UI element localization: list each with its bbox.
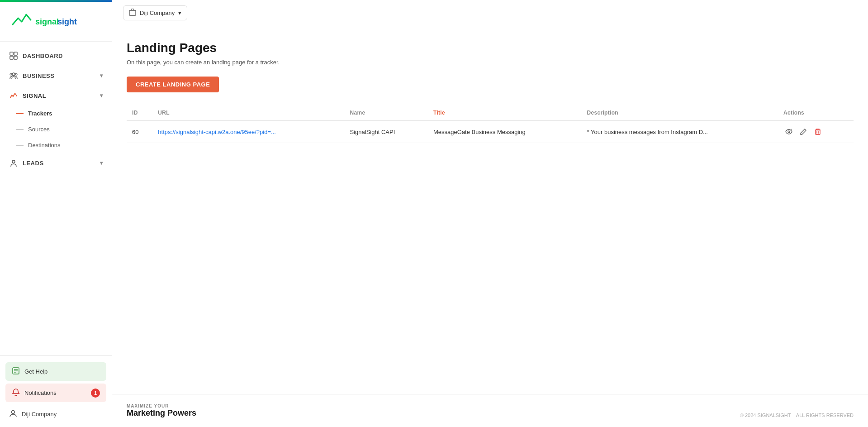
svg-rect-4 (10, 56, 13, 59)
main-content: Diji Company ▾ Landing Pages On this pag… (112, 0, 868, 427)
footer: MAXIMIZE YOUR Marketing Powers © 2024 SI… (112, 394, 868, 427)
delete-action-button[interactable] (812, 126, 823, 137)
copyright-text: © 2024 SIGNALSIGHT (740, 413, 791, 418)
svg-rect-5 (14, 56, 17, 59)
notifications-badge: 1 (91, 389, 100, 398)
svg-point-16 (788, 131, 790, 133)
destinations-label: Destinations (28, 142, 61, 149)
book-icon (12, 367, 20, 376)
landing-pages-table: ID URL Name Title Description Actions 60… (127, 105, 854, 143)
signal-chevron-icon: ▾ (100, 92, 103, 99)
company-selector-icon (129, 9, 136, 17)
company-selector-name: Diji Company (140, 10, 175, 16)
footer-copyright: © 2024 SIGNALSIGHT ALL RIGHTS RESERVED (740, 413, 854, 418)
cell-url[interactable]: https://signalsight-capi.w2a.one/95ee/?p… (152, 121, 344, 143)
sources-dash (16, 129, 24, 130)
cell-title: MessageGate Business Messaging (428, 121, 582, 143)
company-selector-chevron: ▾ (178, 10, 181, 16)
sidebar-item-business[interactable]: BUSINESS ▾ (0, 66, 112, 86)
svg-point-14 (12, 411, 15, 414)
sidebar-item-sources[interactable]: Sources (0, 121, 112, 137)
col-name: Name (345, 105, 428, 121)
cell-id: 60 (127, 121, 152, 143)
page-description: On this page, you can create an landing … (127, 59, 854, 66)
cell-description: * Your business messages from Instagram … (582, 121, 778, 143)
footer-marketing: MAXIMIZE YOUR Marketing Powers (127, 403, 196, 418)
col-id: ID (127, 105, 152, 121)
svg-point-6 (12, 73, 15, 76)
destinations-dash (16, 145, 24, 146)
business-chevron-icon: ▾ (100, 72, 103, 79)
sidebar-item-trackers[interactable]: Trackers (0, 106, 112, 121)
notifications-button[interactable]: Notifications 1 (5, 384, 106, 402)
notifications-label: Notifications (24, 389, 57, 396)
bell-icon (12, 388, 20, 398)
create-landing-page-button[interactable]: CREATE LANDING PAGE (127, 77, 219, 92)
footer-maximize-label: MAXIMIZE YOUR (127, 403, 196, 408)
trackers-dash (16, 113, 24, 114)
svg-text:sight: sight (57, 17, 77, 26)
leads-label: LEADS (23, 160, 44, 167)
get-help-button[interactable]: Get Help (5, 362, 106, 381)
topbar: Diji Company ▾ (112, 0, 868, 26)
dashboard-label: DASHBOARD (23, 53, 63, 59)
signalsight-logo: signal sight (9, 10, 81, 32)
user-icon (9, 409, 17, 419)
signal-icon (9, 91, 18, 100)
cell-name: SignalSight CAPI (345, 121, 428, 143)
cell-actions (778, 121, 854, 143)
url-link[interactable]: https://signalsight-capi.w2a.one/95ee/?p… (158, 129, 276, 135)
page-title: Landing Pages (127, 41, 854, 55)
leads-icon (9, 158, 18, 168)
svg-text:signal: signal (35, 17, 59, 26)
col-actions: Actions (778, 105, 854, 121)
dashboard-icon (9, 51, 18, 60)
sidebar-item-destinations[interactable]: Destinations (0, 137, 112, 153)
svg-rect-3 (14, 52, 17, 55)
signal-label: SIGNAL (23, 92, 46, 99)
get-help-label: Get Help (24, 368, 47, 375)
svg-rect-17 (816, 130, 820, 134)
company-selector[interactable]: Diji Company ▾ (123, 5, 187, 20)
business-label: BUSINESS (23, 72, 54, 79)
col-title: Title (428, 105, 582, 121)
sidebar-item-signal[interactable]: SIGNAL ▾ (0, 86, 112, 106)
sidebar-navigation: DASHBOARD BUSINESS ▾ SIGNAL ▾ Trackers S… (0, 42, 112, 355)
sidebar-logo: signal sight (0, 2, 112, 42)
edit-action-button[interactable] (798, 126, 809, 137)
page-content: Landing Pages On this page, you can crea… (112, 26, 868, 394)
svg-rect-15 (129, 10, 136, 15)
svg-point-8 (15, 73, 17, 75)
sidebar-bottom: Get Help Notifications 1 Diji Company (0, 355, 112, 427)
footer-powers-label: Marketing Powers (127, 408, 196, 418)
svg-point-9 (12, 160, 15, 163)
business-icon (9, 71, 18, 80)
user-company-label: Diji Company (22, 411, 57, 417)
col-description: Description (582, 105, 778, 121)
sidebar: signal sight DASHBOARD BUSINESS ▾ SIGNAL (0, 0, 112, 427)
col-url: URL (152, 105, 344, 121)
sidebar-item-dashboard[interactable]: DASHBOARD (0, 46, 112, 66)
rights-text: ALL RIGHTS RESERVED (796, 413, 854, 418)
sidebar-item-leads[interactable]: LEADS ▾ (0, 153, 112, 173)
user-item[interactable]: Diji Company (0, 405, 112, 423)
trackers-label: Trackers (28, 110, 52, 117)
table-row: 60 https://signalsight-capi.w2a.one/95ee… (127, 121, 854, 143)
svg-rect-2 (10, 52, 13, 55)
sources-label: Sources (28, 126, 50, 133)
svg-point-7 (10, 73, 12, 75)
leads-chevron-icon: ▾ (100, 160, 103, 166)
view-action-button[interactable] (783, 126, 794, 137)
